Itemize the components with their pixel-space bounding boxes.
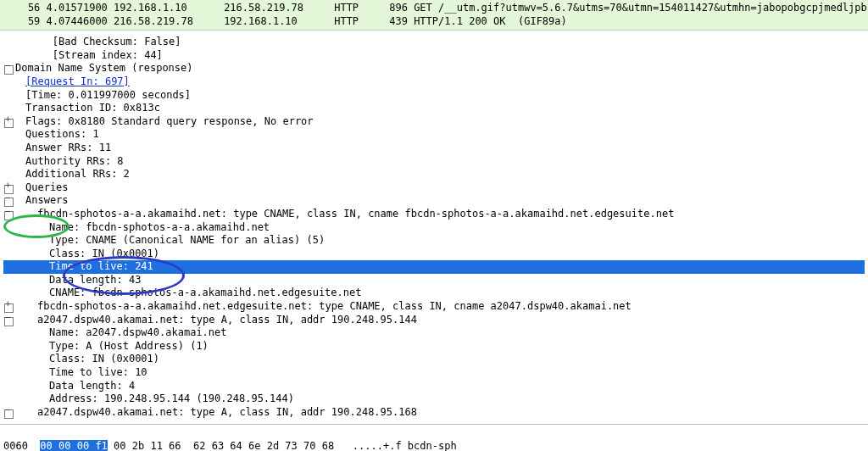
detail-line: [Stream index: 44] — [3, 49, 865, 63]
detail-line: Transaction ID: 0x813c — [3, 102, 865, 115]
packet-row[interactable]: 59 4.07446000 216.58.219.78 192.168.1.10… — [0, 15, 868, 29]
request-link[interactable]: [Request In: 697] — [25, 75, 130, 87]
detail-line: Authority RRs: 8 — [3, 155, 865, 169]
detail-line: Name: a2047.dspw40.akamai.net — [3, 326, 865, 340]
answer-a1-node[interactable]: a2047.dspw40.akamai.net: type A, class I… — [3, 314, 865, 327]
answer-a2-node[interactable]: a2047.dspw40.akamai.net: type A, class I… — [3, 406, 865, 420]
hex-row: 0060 00 00 00 f1 00 2b 11 66 62 63 64 6e… — [3, 440, 865, 451]
packet-row[interactable]: 56 4.01571900 192.168.1.10 216.58.219.78… — [0, 2, 868, 15]
ttl-selected[interactable]: Time to live: 241 — [3, 260, 865, 274]
detail-line: Class: IN (0x0001) — [3, 248, 865, 261]
detail-line: Answer RRs: 11 — [3, 142, 865, 155]
detail-line: [Bad Checksum: False] — [3, 36, 865, 49]
detail-line: Questions: 1 — [3, 128, 865, 142]
detail-line: [Time: 0.011997000 seconds] — [3, 89, 865, 103]
detail-line: Type: A (Host Address) (1) — [3, 340, 865, 354]
queries-node[interactable]: Queries — [3, 181, 865, 195]
detail-line: Data length: 4 — [3, 380, 865, 393]
detail-line: Type: CNAME (Canonical NAME for an alias… — [3, 234, 865, 248]
detail-line: Data length: 43 — [3, 274, 865, 287]
detail-line: Class: IN (0x0001) — [3, 353, 865, 366]
detail-line: Additional RRs: 2 — [3, 168, 865, 181]
detail-line: CNAME: fbcdn-sphotos-a-a.akamaihd.net.ed… — [3, 287, 865, 300]
flags-node[interactable]: Flags: 0x8180 Standard query response, N… — [3, 115, 865, 129]
detail-line: Name: fbcdn-sphotos-a-a.akamaihd.net — [3, 221, 865, 235]
detail-line: Address: 190.248.95.144 (190.248.95.144) — [3, 393, 865, 406]
answer-cname-node[interactable]: fbcdn-sphotos-a-a.akamaihd.net: type CNA… — [3, 208, 865, 221]
hex-selected-bytes: 00 00 00 f1 — [40, 440, 107, 451]
answer-cname2-node[interactable]: fbcdn-sphotos-a-a.akamaihd.net.edgesuite… — [3, 300, 865, 314]
dns-response-node[interactable]: Domain Name System (response) — [3, 62, 865, 75]
packet-details-pane[interactable]: [Bad Checksum: False] [Stream index: 44]… — [0, 36, 868, 419]
packet-list[interactable]: 56 4.01571900 192.168.1.10 216.58.219.78… — [0, 0, 868, 31]
answers-node[interactable]: Answers — [3, 194, 865, 208]
hex-dump-pane[interactable]: 0060 00 00 00 f1 00 2b 11 66 62 63 64 6e… — [0, 424, 868, 451]
detail-line: Time to live: 10 — [3, 366, 865, 380]
